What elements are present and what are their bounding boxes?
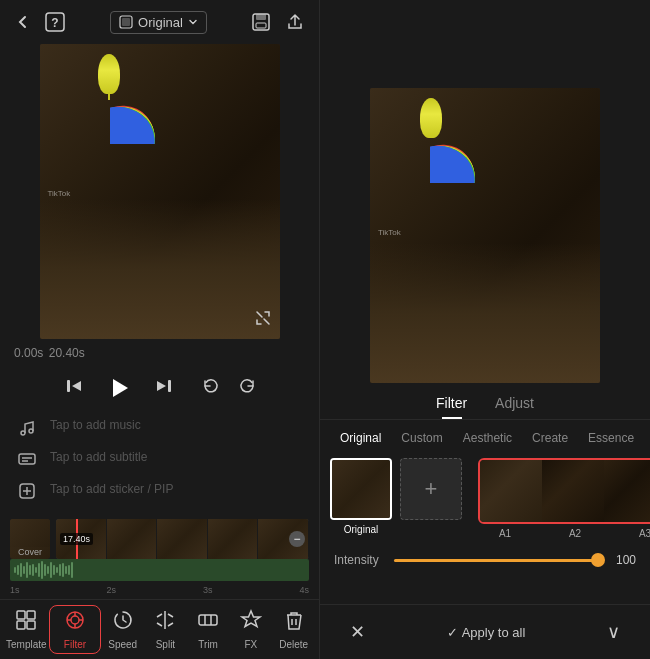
- skip-forward-button[interactable]: [154, 376, 174, 401]
- cat-fog[interactable]: Fog: [644, 428, 650, 448]
- cancel-button[interactable]: ✕: [340, 615, 375, 649]
- speed-icon: [112, 609, 134, 636]
- subtitle-track-lane: Tap to add subtitle: [44, 443, 319, 471]
- svg-rect-13: [168, 380, 171, 392]
- svg-text:?: ?: [51, 16, 58, 30]
- wave-bar: [65, 566, 67, 574]
- sticker-track-icon[interactable]: [13, 477, 41, 505]
- intensity-row: Intensity 100: [320, 545, 650, 575]
- track-lanes: Tap to add music Tap to add subtitle Tap…: [44, 411, 319, 517]
- music-track-lane: Tap to add music: [44, 411, 319, 439]
- toolbar-trim[interactable]: Trim: [187, 605, 230, 654]
- redo-button[interactable]: [238, 377, 256, 400]
- wave-bar: [41, 561, 43, 579]
- cat-custom[interactable]: Custom: [391, 428, 452, 448]
- subtitle-track-icon[interactable]: [13, 445, 41, 473]
- wave-bar: [47, 566, 49, 574]
- wave-bar: [56, 567, 58, 573]
- toolbar-fx[interactable]: FX: [230, 605, 273, 654]
- cat-essence[interactable]: Essence: [578, 428, 644, 448]
- undo-button[interactable]: [202, 377, 220, 400]
- wave-bar: [62, 563, 64, 577]
- filter-label-a3: A3: [614, 528, 650, 539]
- svg-rect-16: [19, 454, 35, 464]
- svg-point-14: [21, 431, 25, 435]
- right-panel: TikTok Filter Adjust Original Custom Aes…: [320, 0, 650, 659]
- apply-all-label: Apply to all: [462, 625, 526, 640]
- video-strip[interactable]: 17.40s −: [56, 519, 309, 559]
- tab-filter[interactable]: Filter: [422, 391, 481, 415]
- filter-category-tabs: Original Custom Aesthetic Create Essence…: [320, 420, 650, 452]
- intensity-label: Intensity: [334, 553, 384, 567]
- toolbar-split[interactable]: Split: [144, 605, 187, 654]
- share-button[interactable]: [285, 12, 305, 32]
- wave-bar: [35, 567, 37, 573]
- right-panel-top: [320, 0, 650, 44]
- intensity-thumb[interactable]: [591, 553, 605, 567]
- audio-strip: [10, 559, 309, 581]
- toolbar-speed[interactable]: Speed: [101, 605, 144, 654]
- timeline-ruler: 1s 2s 3s 4s: [0, 581, 319, 599]
- svg-point-15: [29, 429, 33, 433]
- save-button[interactable]: [251, 12, 271, 32]
- confirm-icon: ∨: [607, 621, 620, 643]
- track-area: Tap to add music Tap to add subtitle Tap…: [0, 409, 319, 519]
- delete-label: Delete: [279, 639, 308, 650]
- fx-label: FX: [244, 639, 257, 650]
- filter-items-row: Original + A1 A: [320, 452, 650, 545]
- fx-icon: [240, 609, 262, 636]
- cover-label: Cover: [18, 547, 42, 557]
- svg-rect-5: [256, 14, 266, 20]
- svg-rect-25: [27, 621, 35, 629]
- filter-adjust-tabs: Filter Adjust: [320, 383, 650, 420]
- filter-icon: [64, 609, 86, 636]
- cancel-icon: ✕: [350, 621, 365, 643]
- wave-bar: [17, 565, 19, 575]
- apply-all-button[interactable]: ✓ Apply to all: [447, 625, 526, 640]
- timeline-bar: 0.00s 20.40s: [0, 339, 319, 367]
- cat-aesthetic[interactable]: Aesthetic: [453, 428, 522, 448]
- svg-rect-12: [67, 380, 70, 392]
- strip-minus-button[interactable]: −: [289, 531, 305, 547]
- expand-button[interactable]: [254, 309, 272, 331]
- filter-thumb-a2: [542, 460, 604, 522]
- bottom-actions: ✕ ✓ Apply to all ∨: [320, 604, 650, 659]
- ruler-1s: 1s: [10, 585, 20, 595]
- filter-labels-row: A1 A2 A3: [470, 528, 650, 539]
- intensity-value: 100: [608, 553, 636, 567]
- filter-selected-group[interactable]: [478, 458, 650, 524]
- music-track-icon[interactable]: [13, 413, 41, 441]
- toolbar-delete[interactable]: Delete: [272, 605, 315, 654]
- template-label: Template: [6, 639, 47, 650]
- tiktok-watermark-right: TikTok: [378, 228, 401, 237]
- tab-adjust[interactable]: Adjust: [481, 391, 548, 415]
- table-scene: [40, 199, 280, 339]
- playback-controls: [0, 367, 319, 409]
- filter-item-add[interactable]: +: [400, 458, 462, 524]
- skip-back-button[interactable]: [64, 376, 84, 401]
- cat-original[interactable]: Original: [330, 428, 391, 448]
- back-button[interactable]: [14, 13, 32, 31]
- top-bar: ? Original: [0, 0, 319, 44]
- table-scene-right: [370, 243, 600, 383]
- intensity-slider[interactable]: [394, 559, 598, 562]
- wave-bar: [38, 563, 40, 577]
- track-icons: [10, 411, 44, 517]
- original-badge[interactable]: Original: [110, 11, 207, 34]
- split-label: Split: [156, 639, 175, 650]
- wave-bar: [20, 563, 22, 577]
- toolbar-filter[interactable]: Filter: [49, 605, 102, 654]
- cat-create[interactable]: Create: [522, 428, 578, 448]
- confirm-button[interactable]: ∨: [597, 615, 630, 649]
- play-button[interactable]: [102, 371, 136, 405]
- wave-bar: [71, 562, 73, 578]
- toolbar-template[interactable]: Template: [4, 605, 49, 654]
- svg-rect-23: [27, 611, 35, 619]
- delete-icon: [283, 609, 305, 636]
- audio-waveform: [10, 559, 309, 581]
- cover-thumbnail[interactable]: Cover: [10, 519, 50, 559]
- video-preview-left: TikTok: [40, 44, 280, 339]
- template-icon: [15, 609, 37, 636]
- filter-item-original[interactable]: Original: [330, 458, 392, 535]
- help-button[interactable]: ?: [44, 11, 66, 33]
